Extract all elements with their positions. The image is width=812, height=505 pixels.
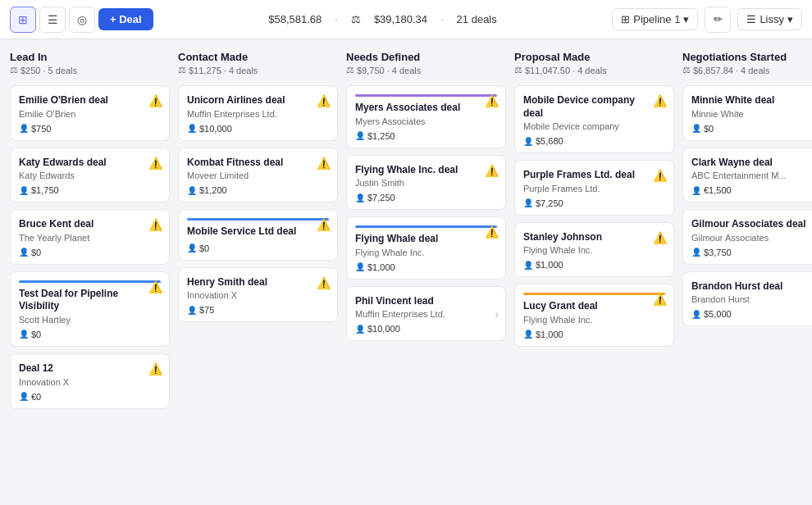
warning-icon: ⚠️ — [653, 94, 667, 107]
deal-card[interactable]: Henry Smith dealInnovation X👤$75⚠️ — [178, 267, 338, 323]
forward-icon: › — [495, 307, 499, 321]
card-title: Minnie White deal — [691, 94, 812, 107]
card-subtitle: Purple Frames Ltd. — [523, 184, 665, 193]
card-subtitle: Katy Edwards — [19, 171, 161, 180]
person-icon: 👤 — [355, 131, 365, 140]
warning-icon: ⚠️ — [148, 218, 162, 231]
grid-view-button[interactable]: ⊞ — [10, 7, 36, 33]
card-title: Lucy Grant deal — [523, 300, 665, 313]
column-meta-contact-made: ⚖$11,275 · 4 deals — [178, 65, 338, 75]
deal-card[interactable]: Minnie White dealMinnie White👤$0⚠️ — [682, 85, 812, 141]
user-label: Lissy — [760, 13, 784, 25]
column-balance: $11,275 — [189, 66, 221, 75]
deal-card[interactable]: Test Deal for Pipeline VisibilityScott H… — [10, 271, 170, 347]
deal-card[interactable]: Stanley JohnsonFlying Whale Inc.👤$1,000⚠… — [514, 222, 674, 278]
person-icon: 👤 — [187, 186, 197, 195]
card-title: Gilmour Associates deal — [691, 218, 812, 231]
card-subtitle: The Yearly Planet — [19, 233, 161, 243]
card-subtitle: Mobile Device company — [523, 121, 665, 131]
column-header-negotiations-started: Negotiations Started⚖$6,857.84 · 4 deals — [682, 49, 812, 79]
person-icon: 👤 — [187, 124, 197, 133]
deal-card[interactable]: Mobile Service Ltd deal👤$0⚠️ — [178, 209, 338, 261]
column-meta-needs-defined: ⚖$9,750 · 4 deals — [346, 65, 506, 75]
person-icon: 👤 — [523, 137, 533, 146]
card-amount: 👤€1,500 — [691, 185, 812, 195]
add-deal-button[interactable]: + Deal — [98, 8, 153, 30]
deal-card[interactable]: Purple Frames Ltd. dealPurple Frames Ltd… — [514, 160, 674, 216]
column-title-negotiations-started: Negotiations Started — [682, 51, 812, 63]
deal-card[interactable]: Katy Edwards dealKaty Edwards👤$1,750⚠️ — [10, 148, 170, 203]
card-title: Purple Frames Ltd. deal — [523, 169, 665, 182]
warning-icon: ⚠️ — [317, 218, 331, 231]
card-amount: 👤$1,000 — [523, 260, 665, 270]
column-proposal-made: Proposal Made⚖$11,047.50 · 4 dealsMobile… — [514, 49, 674, 495]
person-icon: 👤 — [187, 243, 197, 252]
user-chevron-icon: ▾ — [787, 13, 793, 25]
deal-card[interactable]: Clark Wayne dealABC Entertainment M...👤€… — [682, 148, 812, 203]
balance-icon: ⚖ — [346, 65, 354, 75]
card-title: Myers Associates deal — [355, 102, 497, 115]
column-meta-negotiations-started: ⚖$6,857.84 · 4 deals — [682, 65, 812, 75]
card-amount: 👤$10,000 — [187, 124, 329, 134]
deal-card[interactable]: Myers Associates dealMyers Associates👤$1… — [346, 85, 506, 148]
card-title: Deal 12 — [19, 362, 161, 375]
toolbar: ⊞ ☰ ◎ + Deal $58,581.68 · ⚖ $39,180.34 ·… — [0, 0, 812, 39]
deal-card[interactable]: Unicorn Airlines dealMuffin Enterprises … — [178, 85, 338, 141]
card-amount: 👤$0 — [19, 330, 161, 339]
card-amount: 👤$0 — [187, 243, 329, 253]
column-balance: $6,857.84 — [693, 66, 733, 75]
balance-icon: ⚖ — [514, 65, 522, 75]
warning-icon: ⚠️ — [653, 293, 667, 306]
column-meta-lead-in: ⚖$250 · 5 deals — [10, 65, 170, 75]
card-amount: 👤$0 — [19, 248, 161, 257]
kanban-board: Lead In⚖$250 · 5 dealsEmilie O'Brien dea… — [0, 39, 812, 505]
card-amount: 👤$5,000 — [691, 309, 812, 319]
deal-card[interactable]: Mobile Device company dealMobile Device … — [514, 85, 674, 153]
person-icon: 👤 — [691, 310, 701, 319]
card-bar — [355, 225, 497, 228]
card-title: Flying Whale deal — [355, 233, 497, 246]
deal-card[interactable]: Bruce Kent dealThe Yearly Planet👤$0⚠️ — [10, 209, 170, 265]
column-title-contact-made: Contact Made — [178, 51, 338, 63]
card-amount: 👤$1,750 — [19, 185, 161, 195]
user-lines-icon: ☰ — [746, 13, 756, 25]
person-icon: 👤 — [691, 124, 701, 133]
card-subtitle: ABC Entertainment M... — [691, 171, 812, 180]
deal-card[interactable]: Gilmour Associates dealGilmour Associate… — [682, 209, 812, 265]
card-amount: 👤€0 — [19, 392, 161, 402]
deal-card[interactable]: Lucy Grant dealFlying Whale Inc.👤$1,000⚠… — [514, 284, 674, 347]
warning-icon: ⚠️ — [317, 276, 331, 289]
deal-card[interactable]: Emilie O'Brien dealEmilie O'Brien👤$750⚠️ — [10, 85, 170, 141]
warning-icon: ⚠️ — [317, 157, 331, 170]
deal-card[interactable]: Deal 12Innovation X👤€0⚠️ — [10, 353, 170, 409]
deal-card[interactable]: Phil Vincent leadMuffin Enterprises Ltd.… — [346, 286, 506, 342]
card-subtitle: Justin Smith — [355, 178, 497, 188]
pipeline-button[interactable]: ⊞ Pipeline 1 ▾ — [612, 8, 698, 30]
deal-count: 21 deals — [457, 13, 497, 25]
activity-button[interactable]: ◎ — [69, 7, 95, 33]
warning-icon: ⚠️ — [317, 94, 331, 107]
card-title: Kombat Fitness deal — [187, 157, 329, 170]
card-subtitle: Scott Hartley — [19, 315, 161, 325]
deal-card[interactable]: Kombat Fitness dealMoveer Limited👤$1,200… — [178, 148, 338, 203]
edit-button[interactable]: ✏ — [705, 7, 731, 33]
card-amount: 👤$1,200 — [187, 185, 329, 195]
user-button[interactable]: ☰ Lissy ▾ — [737, 8, 802, 30]
deal-card[interactable]: Brandon Hurst dealBrandon Hurst👤$5,000› — [682, 271, 812, 327]
person-icon: 👤 — [19, 248, 29, 257]
card-title: Test Deal for Pipeline Visibility — [19, 288, 161, 313]
warning-icon: ⚠️ — [653, 231, 667, 244]
card-title: Henry Smith deal — [187, 276, 329, 289]
card-subtitle: Moveer Limited — [187, 171, 329, 180]
pipeline-label: Pipeline 1 — [633, 13, 680, 25]
list-view-button[interactable]: ☰ — [39, 7, 66, 33]
column-contact-made: Contact Made⚖$11,275 · 4 dealsUnicorn Ai… — [178, 49, 338, 495]
person-icon: 👤 — [187, 306, 197, 315]
warning-icon: ⚠️ — [148, 362, 162, 375]
card-amount: 👤$7,250 — [355, 193, 497, 202]
card-subtitle: Brandon Hurst — [691, 294, 812, 304]
deal-card[interactable]: Flying Whale dealFlying Whale Inc.👤$1,00… — [346, 216, 506, 280]
deal-card[interactable]: Flying Whale Inc. dealJustin Smith👤$7,25… — [346, 155, 506, 211]
person-icon: 👤 — [523, 330, 533, 339]
column-title-needs-defined: Needs Defined — [346, 51, 506, 63]
